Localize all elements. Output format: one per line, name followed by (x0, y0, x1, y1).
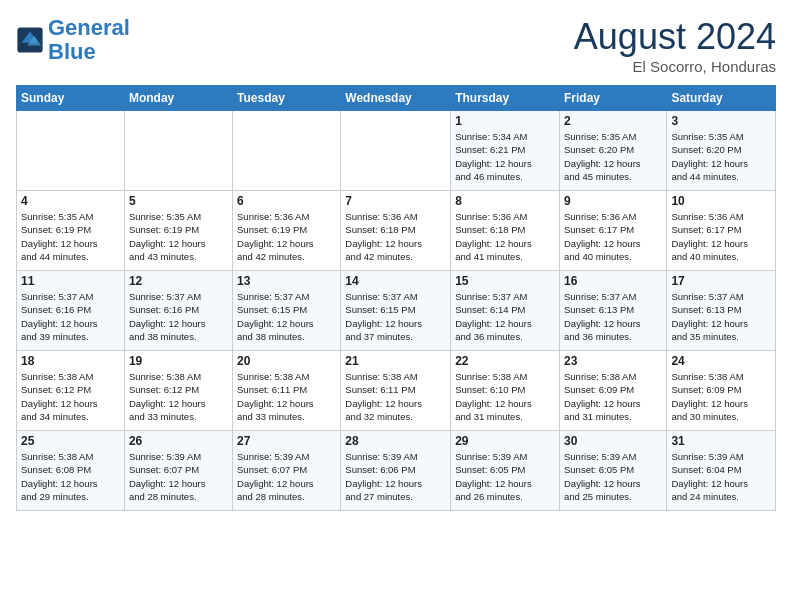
calendar-cell: 14Sunrise: 5:37 AM Sunset: 6:15 PM Dayli… (341, 271, 451, 351)
day-info: Sunrise: 5:38 AM Sunset: 6:09 PM Dayligh… (564, 370, 662, 423)
day-info: Sunrise: 5:35 AM Sunset: 6:19 PM Dayligh… (129, 210, 228, 263)
day-number: 11 (21, 274, 120, 288)
day-info: Sunrise: 5:38 AM Sunset: 6:11 PM Dayligh… (345, 370, 446, 423)
calendar-week-1: 1Sunrise: 5:34 AM Sunset: 6:21 PM Daylig… (17, 111, 776, 191)
day-number: 14 (345, 274, 446, 288)
day-number: 31 (671, 434, 771, 448)
day-info: Sunrise: 5:39 AM Sunset: 6:07 PM Dayligh… (129, 450, 228, 503)
day-number: 8 (455, 194, 555, 208)
day-number: 10 (671, 194, 771, 208)
day-number: 26 (129, 434, 228, 448)
calendar-cell: 31Sunrise: 5:39 AM Sunset: 6:04 PM Dayli… (667, 431, 776, 511)
day-number: 3 (671, 114, 771, 128)
calendar-cell: 2Sunrise: 5:35 AM Sunset: 6:20 PM Daylig… (559, 111, 666, 191)
day-header-thursday: Thursday (451, 86, 560, 111)
day-info: Sunrise: 5:36 AM Sunset: 6:18 PM Dayligh… (345, 210, 446, 263)
day-info: Sunrise: 5:36 AM Sunset: 6:19 PM Dayligh… (237, 210, 336, 263)
day-info: Sunrise: 5:37 AM Sunset: 6:15 PM Dayligh… (345, 290, 446, 343)
day-number: 27 (237, 434, 336, 448)
day-info: Sunrise: 5:37 AM Sunset: 6:13 PM Dayligh… (671, 290, 771, 343)
calendar-cell: 12Sunrise: 5:37 AM Sunset: 6:16 PM Dayli… (124, 271, 232, 351)
day-info: Sunrise: 5:38 AM Sunset: 6:11 PM Dayligh… (237, 370, 336, 423)
calendar-body: 1Sunrise: 5:34 AM Sunset: 6:21 PM Daylig… (17, 111, 776, 511)
calendar-cell: 4Sunrise: 5:35 AM Sunset: 6:19 PM Daylig… (17, 191, 125, 271)
day-number: 13 (237, 274, 336, 288)
calendar-cell: 22Sunrise: 5:38 AM Sunset: 6:10 PM Dayli… (451, 351, 560, 431)
day-number: 9 (564, 194, 662, 208)
calendar-cell: 29Sunrise: 5:39 AM Sunset: 6:05 PM Dayli… (451, 431, 560, 511)
calendar-week-5: 25Sunrise: 5:38 AM Sunset: 6:08 PM Dayli… (17, 431, 776, 511)
day-info: Sunrise: 5:39 AM Sunset: 6:04 PM Dayligh… (671, 450, 771, 503)
day-info: Sunrise: 5:37 AM Sunset: 6:13 PM Dayligh… (564, 290, 662, 343)
location-subtitle: El Socorro, Honduras (574, 58, 776, 75)
day-number: 22 (455, 354, 555, 368)
day-number: 12 (129, 274, 228, 288)
page-header: General Blue August 2024 El Socorro, Hon… (16, 16, 776, 75)
day-number: 23 (564, 354, 662, 368)
calendar-cell: 18Sunrise: 5:38 AM Sunset: 6:12 PM Dayli… (17, 351, 125, 431)
calendar-cell: 25Sunrise: 5:38 AM Sunset: 6:08 PM Dayli… (17, 431, 125, 511)
day-number: 18 (21, 354, 120, 368)
day-number: 28 (345, 434, 446, 448)
calendar-cell: 13Sunrise: 5:37 AM Sunset: 6:15 PM Dayli… (233, 271, 341, 351)
day-header-sunday: Sunday (17, 86, 125, 111)
calendar-cell: 16Sunrise: 5:37 AM Sunset: 6:13 PM Dayli… (559, 271, 666, 351)
calendar-cell: 17Sunrise: 5:37 AM Sunset: 6:13 PM Dayli… (667, 271, 776, 351)
logo-line2: Blue (48, 39, 96, 64)
day-number: 5 (129, 194, 228, 208)
calendar-table: SundayMondayTuesdayWednesdayThursdayFrid… (16, 85, 776, 511)
day-info: Sunrise: 5:38 AM Sunset: 6:10 PM Dayligh… (455, 370, 555, 423)
calendar-cell: 19Sunrise: 5:38 AM Sunset: 6:12 PM Dayli… (124, 351, 232, 431)
day-info: Sunrise: 5:37 AM Sunset: 6:14 PM Dayligh… (455, 290, 555, 343)
calendar-cell: 20Sunrise: 5:38 AM Sunset: 6:11 PM Dayli… (233, 351, 341, 431)
calendar-cell: 30Sunrise: 5:39 AM Sunset: 6:05 PM Dayli… (559, 431, 666, 511)
day-info: Sunrise: 5:36 AM Sunset: 6:17 PM Dayligh… (564, 210, 662, 263)
day-info: Sunrise: 5:38 AM Sunset: 6:12 PM Dayligh… (129, 370, 228, 423)
day-info: Sunrise: 5:39 AM Sunset: 6:05 PM Dayligh… (564, 450, 662, 503)
day-header-saturday: Saturday (667, 86, 776, 111)
calendar-cell: 26Sunrise: 5:39 AM Sunset: 6:07 PM Dayli… (124, 431, 232, 511)
calendar-week-3: 11Sunrise: 5:37 AM Sunset: 6:16 PM Dayli… (17, 271, 776, 351)
logo: General Blue (16, 16, 130, 64)
day-info: Sunrise: 5:35 AM Sunset: 6:20 PM Dayligh… (564, 130, 662, 183)
calendar-cell: 23Sunrise: 5:38 AM Sunset: 6:09 PM Dayli… (559, 351, 666, 431)
day-number: 15 (455, 274, 555, 288)
calendar-cell: 28Sunrise: 5:39 AM Sunset: 6:06 PM Dayli… (341, 431, 451, 511)
day-number: 25 (21, 434, 120, 448)
calendar-cell: 7Sunrise: 5:36 AM Sunset: 6:18 PM Daylig… (341, 191, 451, 271)
day-number: 17 (671, 274, 771, 288)
day-number: 7 (345, 194, 446, 208)
month-title: August 2024 (574, 16, 776, 58)
logo-icon (16, 26, 44, 54)
calendar-cell (124, 111, 232, 191)
calendar-cell: 27Sunrise: 5:39 AM Sunset: 6:07 PM Dayli… (233, 431, 341, 511)
calendar-week-4: 18Sunrise: 5:38 AM Sunset: 6:12 PM Dayli… (17, 351, 776, 431)
day-info: Sunrise: 5:34 AM Sunset: 6:21 PM Dayligh… (455, 130, 555, 183)
day-number: 4 (21, 194, 120, 208)
calendar-cell: 1Sunrise: 5:34 AM Sunset: 6:21 PM Daylig… (451, 111, 560, 191)
calendar-cell: 24Sunrise: 5:38 AM Sunset: 6:09 PM Dayli… (667, 351, 776, 431)
logo-line1: General (48, 15, 130, 40)
day-number: 24 (671, 354, 771, 368)
day-info: Sunrise: 5:36 AM Sunset: 6:18 PM Dayligh… (455, 210, 555, 263)
day-info: Sunrise: 5:35 AM Sunset: 6:20 PM Dayligh… (671, 130, 771, 183)
day-info: Sunrise: 5:37 AM Sunset: 6:16 PM Dayligh… (21, 290, 120, 343)
calendar-cell: 6Sunrise: 5:36 AM Sunset: 6:19 PM Daylig… (233, 191, 341, 271)
calendar-cell: 5Sunrise: 5:35 AM Sunset: 6:19 PM Daylig… (124, 191, 232, 271)
day-info: Sunrise: 5:39 AM Sunset: 6:07 PM Dayligh… (237, 450, 336, 503)
day-number: 29 (455, 434, 555, 448)
calendar-cell: 10Sunrise: 5:36 AM Sunset: 6:17 PM Dayli… (667, 191, 776, 271)
day-info: Sunrise: 5:35 AM Sunset: 6:19 PM Dayligh… (21, 210, 120, 263)
day-number: 1 (455, 114, 555, 128)
day-number: 6 (237, 194, 336, 208)
calendar-cell: 8Sunrise: 5:36 AM Sunset: 6:18 PM Daylig… (451, 191, 560, 271)
calendar-cell (233, 111, 341, 191)
day-info: Sunrise: 5:39 AM Sunset: 6:06 PM Dayligh… (345, 450, 446, 503)
calendar-cell: 9Sunrise: 5:36 AM Sunset: 6:17 PM Daylig… (559, 191, 666, 271)
calendar-cell: 15Sunrise: 5:37 AM Sunset: 6:14 PM Dayli… (451, 271, 560, 351)
calendar-cell: 3Sunrise: 5:35 AM Sunset: 6:20 PM Daylig… (667, 111, 776, 191)
day-number: 19 (129, 354, 228, 368)
calendar-week-2: 4Sunrise: 5:35 AM Sunset: 6:19 PM Daylig… (17, 191, 776, 271)
day-header-tuesday: Tuesday (233, 86, 341, 111)
day-info: Sunrise: 5:38 AM Sunset: 6:08 PM Dayligh… (21, 450, 120, 503)
